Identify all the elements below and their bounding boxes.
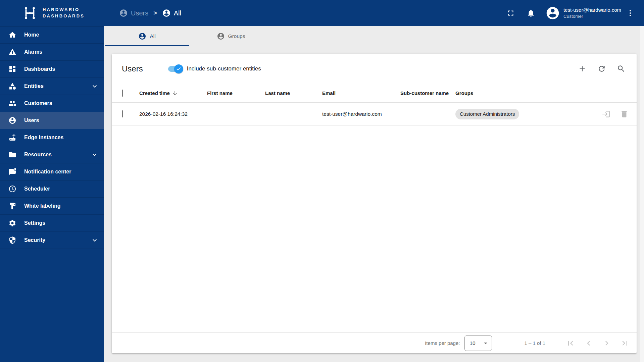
table-header-row: Created time First name Last name Email …	[112, 84, 637, 103]
tab-groups[interactable]: Groups	[189, 26, 273, 46]
sidebar-item-label: Dashboards	[24, 66, 55, 72]
users-card: Users Include sub-customer entities	[112, 54, 637, 353]
brand-logo[interactable]: HARDWARIO DASHBOARDS	[0, 5, 104, 21]
include-subcustomer-toggle[interactable]	[168, 66, 182, 72]
column-header-groups[interactable]: Groups	[455, 90, 594, 96]
chat-unread-icon	[8, 168, 16, 176]
account-circle-icon	[138, 32, 146, 40]
sidebar-item-resources[interactable]: Resources	[0, 146, 104, 163]
group-chip[interactable]: Customer Administrators	[455, 109, 519, 119]
shield-icon	[8, 236, 16, 244]
router-icon	[8, 134, 16, 142]
chevron-down-icon	[91, 151, 99, 159]
account-circle-icon	[162, 9, 171, 17]
tab-all[interactable]: All	[105, 26, 189, 46]
next-page-icon	[602, 339, 611, 348]
sidebar-item-label: Customers	[24, 100, 52, 106]
column-label: Sub-customer name	[400, 90, 449, 96]
column-header-sub-customer[interactable]: Sub-customer name	[400, 90, 455, 96]
hardwario-logo-icon	[22, 5, 38, 21]
check-icon	[176, 66, 181, 71]
column-label: Email	[322, 90, 336, 96]
sidebar: Home Alarms Dashboards Entities Customer…	[0, 26, 104, 362]
add-icon	[578, 64, 587, 73]
search-button[interactable]	[614, 61, 629, 76]
search-icon	[617, 64, 626, 73]
column-header-last-name[interactable]: Last name	[265, 90, 322, 96]
next-page-button[interactable]	[598, 335, 616, 351]
table-empty-area	[112, 125, 637, 332]
sidebar-item-label: Entities	[24, 83, 44, 89]
page-size-value: 10	[469, 340, 482, 346]
sidebar-item-label: Users	[24, 117, 39, 123]
sidebar-item-alarms[interactable]: Alarms	[0, 44, 104, 61]
sidebar-item-label: Alarms	[24, 49, 42, 55]
brand-line1: HARDWARIO	[43, 7, 85, 13]
toggle-thumb	[174, 64, 183, 73]
cell-email: test-user@hardwario.com	[322, 111, 400, 117]
sidebar-item-entities[interactable]: Entities	[0, 78, 104, 95]
user-menu-button[interactable]	[625, 6, 636, 20]
login-as-user-button[interactable]	[602, 110, 610, 118]
breadcrumb-item-users[interactable]: Users	[119, 9, 148, 17]
home-icon	[8, 31, 16, 39]
people-icon	[8, 99, 16, 107]
folder-icon	[8, 151, 16, 159]
column-label: Created time	[139, 90, 170, 96]
sidebar-item-white-labeling[interactable]: White labeling	[0, 198, 104, 215]
fullscreen-icon	[506, 9, 515, 17]
column-header-created-time[interactable]: Created time	[139, 90, 207, 96]
sidebar-item-label: White labeling	[24, 203, 60, 209]
fullscreen-button[interactable]	[504, 6, 518, 20]
bell-icon	[527, 9, 535, 17]
paginator: Items per page: 10 1 – 1 of 1	[112, 332, 637, 353]
sidebar-item-customers[interactable]: Customers	[0, 95, 104, 112]
prev-page-icon	[584, 339, 593, 348]
brand-text: HARDWARIO DASHBOARDS	[43, 7, 85, 19]
user-email: test-user@hardwario.com	[563, 7, 621, 13]
row-checkbox[interactable]	[122, 110, 123, 117]
page-range-label: 1 – 1 of 1	[524, 340, 545, 346]
account-circle-icon	[8, 116, 16, 124]
table-row[interactable]: 2026-02-16 16:24:32 test-user@hardwario.…	[112, 103, 637, 125]
breadcrumb-label: All	[174, 9, 181, 17]
refresh-button[interactable]	[594, 61, 609, 76]
last-page-button[interactable]	[616, 335, 634, 351]
avatar-icon	[545, 6, 560, 20]
tab-bar: All Groups	[104, 26, 644, 46]
sidebar-item-settings[interactable]: Settings	[0, 215, 104, 232]
tab-label: All	[150, 33, 155, 39]
page-size-select[interactable]: 10	[464, 335, 492, 351]
column-header-email[interactable]: Email	[322, 90, 400, 96]
sidebar-item-scheduler[interactable]: Scheduler	[0, 180, 104, 198]
delete-user-button[interactable]	[620, 110, 629, 118]
breadcrumb-item-all[interactable]: All	[162, 9, 181, 17]
sidebar-item-notification-center[interactable]: Notification center	[0, 163, 104, 180]
refresh-icon	[597, 64, 606, 73]
notifications-button[interactable]	[524, 6, 538, 20]
select-all-checkbox[interactable]	[122, 90, 123, 97]
vertical-scrollbar[interactable]	[640, 26, 644, 362]
sidebar-item-users[interactable]: Users	[0, 112, 104, 129]
column-label: First name	[207, 90, 233, 96]
sidebar-item-label: Home	[24, 32, 39, 38]
sidebar-item-edge-instances[interactable]: Edge instances	[0, 129, 104, 146]
column-header-first-name[interactable]: First name	[207, 90, 265, 96]
sidebar-item-home[interactable]: Home	[0, 27, 104, 44]
category-icon	[8, 82, 16, 90]
user-info: test-user@hardwario.com Customer	[563, 7, 621, 19]
breadcrumb-label: Users	[131, 9, 148, 17]
prev-page-button[interactable]	[580, 335, 598, 351]
sidebar-item-security[interactable]: Security	[0, 232, 104, 249]
first-page-button[interactable]	[561, 335, 580, 351]
user-avatar[interactable]	[545, 6, 560, 20]
sidebar-item-dashboards[interactable]: Dashboards	[0, 61, 104, 78]
header-actions: test-user@hardwario.com Customer	[504, 6, 644, 20]
add-user-button[interactable]	[575, 61, 590, 76]
sidebar-item-label: Notification center	[24, 169, 71, 175]
sidebar-item-label: Scheduler	[24, 186, 50, 192]
sidebar-item-label: Settings	[24, 220, 45, 226]
row-actions	[594, 110, 629, 118]
sidebar-item-label: Resources	[24, 152, 52, 158]
breadcrumb: Users > All	[119, 9, 181, 17]
